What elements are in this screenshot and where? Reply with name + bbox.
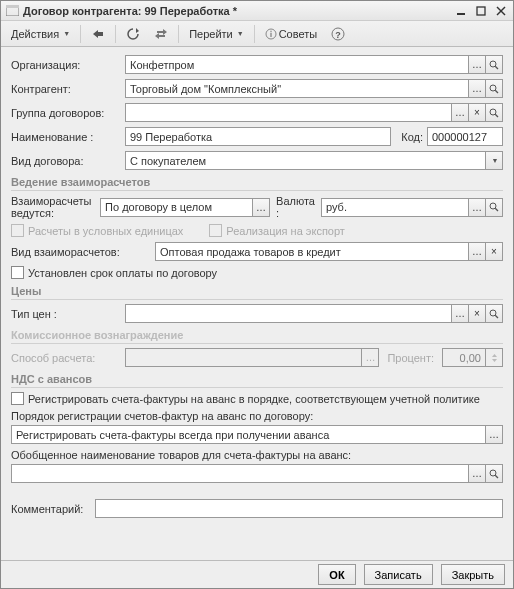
comment-field[interactable]: [95, 499, 503, 518]
svg-point-17: [490, 203, 496, 209]
currency-field[interactable]: [321, 198, 469, 217]
commission-method-label: Способ расчета:: [11, 352, 121, 364]
svg-line-16: [495, 114, 498, 117]
registration-order-field[interactable]: [11, 425, 486, 444]
actions-menu[interactable]: Действия ▼: [5, 24, 76, 44]
name-label: Наименование :: [11, 131, 121, 143]
commission-method-field: [125, 348, 362, 367]
code-field[interactable]: [427, 127, 503, 146]
form-content: Организация: … Контрагент: … Группа дого…: [1, 47, 513, 560]
close-button[interactable]: [493, 4, 509, 18]
open-button[interactable]: [486, 79, 503, 98]
generic-name-label: Обобщенное наименование товаров для счет…: [11, 449, 503, 461]
open-button[interactable]: [486, 464, 503, 483]
ok-button[interactable]: ОК: [318, 564, 355, 585]
dialog-footer: ОК Записать Закрыть: [1, 560, 513, 588]
price-type-field[interactable]: [125, 304, 452, 323]
svg-point-11: [490, 61, 496, 67]
close-dialog-button[interactable]: Закрыть: [441, 564, 505, 585]
toolbar-sep: [115, 25, 116, 43]
back-button[interactable]: [85, 24, 111, 44]
select-button[interactable]: …: [452, 103, 469, 122]
register-invoices-label: Регистрировать счета-фактуры на аванс в …: [28, 393, 480, 405]
open-button[interactable]: [486, 103, 503, 122]
svg-rect-8: [270, 33, 272, 37]
select-button[interactable]: …: [469, 198, 486, 217]
open-button[interactable]: [486, 55, 503, 74]
svg-point-21: [490, 470, 496, 476]
deadline-label: Установлен срок оплаты по договору: [28, 267, 217, 279]
refresh-button[interactable]: [120, 24, 146, 44]
open-button[interactable]: [486, 198, 503, 217]
svg-rect-3: [477, 7, 485, 15]
settlements-by-field[interactable]: [100, 198, 253, 217]
toolbar-sep: [254, 25, 255, 43]
select-button[interactable]: …: [469, 79, 486, 98]
window-title: Договор контрагента: 99 Переработка *: [23, 5, 449, 17]
actions-label: Действия: [11, 28, 59, 40]
export-label: Реализация на экспорт: [226, 225, 345, 237]
clear-button[interactable]: ×: [486, 242, 503, 261]
minimize-button[interactable]: [453, 4, 469, 18]
group-field[interactable]: [125, 103, 452, 122]
svg-rect-2: [457, 13, 465, 15]
export-checkbox: [209, 224, 222, 237]
svg-line-20: [495, 315, 498, 318]
section-commission: Комиссионное вознаграждение: [11, 329, 503, 344]
section-prices: Цены: [11, 285, 503, 300]
toolbar-sep: [80, 25, 81, 43]
group-label: Группа договоров:: [11, 107, 121, 119]
comment-label: Комментарий:: [11, 503, 91, 515]
kind-field[interactable]: [125, 151, 486, 170]
dialog-window: Договор контрагента: 99 Переработка * Де…: [0, 0, 514, 589]
swap-button[interactable]: [148, 24, 174, 44]
settlements-by-label: Взаиморасчеты ведутся:: [11, 195, 96, 219]
help-button[interactable]: ?: [325, 24, 351, 44]
tips-label: Советы: [279, 28, 317, 40]
chevron-down-icon: ▼: [492, 157, 499, 164]
currency-label: Валюта :: [274, 195, 317, 219]
register-invoices-checkbox[interactable]: [11, 392, 24, 405]
settlements-kind-label: Вид взаиморасчетов:: [11, 246, 151, 258]
svg-line-18: [495, 208, 498, 211]
select-button-disabled: …: [362, 348, 379, 367]
generic-name-field[interactable]: [11, 464, 469, 483]
svg-text:?: ?: [335, 29, 341, 39]
name-field[interactable]: [125, 127, 391, 146]
dropdown-button[interactable]: ▼: [486, 151, 503, 170]
maximize-button[interactable]: [473, 4, 489, 18]
chevron-down-icon: ▼: [237, 30, 244, 37]
conditional-units-checkbox: [11, 224, 24, 237]
save-button[interactable]: Записать: [364, 564, 433, 585]
partner-field[interactable]: [125, 79, 469, 98]
select-button[interactable]: …: [469, 242, 486, 261]
toolbar: Действия ▼ Перейти ▼ Советы ?: [1, 21, 513, 47]
org-label: Организация:: [11, 59, 121, 71]
clear-button[interactable]: ×: [469, 304, 486, 323]
titlebar: Договор контрагента: 99 Переработка *: [1, 1, 513, 21]
section-vat: НДС с авансов: [11, 373, 503, 388]
select-button[interactable]: …: [452, 304, 469, 323]
commission-percent-label: Процент:: [383, 352, 438, 364]
select-button[interactable]: …: [253, 198, 270, 217]
partner-label: Контрагент:: [11, 83, 121, 95]
price-type-label: Тип цен :: [11, 308, 121, 320]
select-button[interactable]: …: [486, 425, 503, 444]
clear-button[interactable]: ×: [469, 103, 486, 122]
select-button[interactable]: …: [469, 55, 486, 74]
svg-point-19: [490, 310, 496, 316]
svg-point-7: [270, 30, 272, 32]
section-settlements: Ведение взаиморасчетов: [11, 176, 503, 191]
tips-button[interactable]: Советы: [259, 24, 323, 44]
svg-rect-1: [6, 5, 19, 8]
settlements-kind-field[interactable]: [155, 242, 469, 261]
registration-order-label: Порядок регистрации счетов-фактур на ава…: [11, 410, 503, 422]
org-field[interactable]: [125, 55, 469, 74]
deadline-checkbox[interactable]: [11, 266, 24, 279]
open-button[interactable]: [486, 304, 503, 323]
goto-menu[interactable]: Перейти ▼: [183, 24, 250, 44]
svg-point-15: [490, 109, 496, 115]
select-button[interactable]: …: [469, 464, 486, 483]
kind-label: Вид договора:: [11, 155, 121, 167]
svg-line-12: [495, 66, 498, 69]
